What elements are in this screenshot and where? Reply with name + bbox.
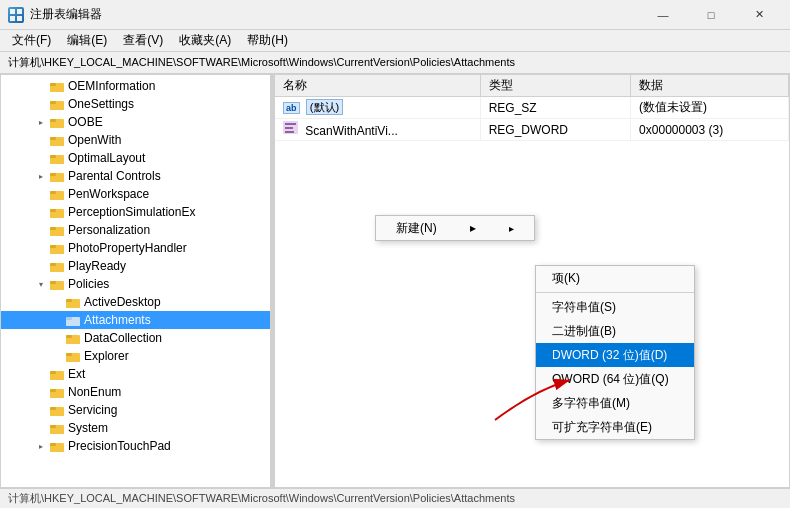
- folder-icon: [65, 312, 81, 328]
- svg-rect-6: [50, 83, 56, 86]
- svg-rect-5: [50, 85, 64, 92]
- folder-icon: [49, 204, 65, 220]
- tree-item-policies[interactable]: Policies: [1, 275, 270, 293]
- context-menu-new[interactable]: 新建(N) ▸: [376, 216, 534, 240]
- svg-rect-59: [50, 409, 64, 416]
- submenu-item-expandstring[interactable]: 可扩充字符串值(E): [536, 415, 694, 439]
- ab-icon: ab: [283, 102, 300, 114]
- menu-favorites[interactable]: 收藏夹(A): [171, 30, 239, 51]
- maximize-button[interactable]: □: [688, 0, 734, 30]
- folder-icon: [49, 114, 65, 130]
- tree-item-datacollection[interactable]: DataCollection: [1, 329, 270, 347]
- tree-label: Policies: [68, 277, 109, 291]
- arrow-icon: [33, 276, 49, 292]
- menu-view[interactable]: 查看(V): [115, 30, 171, 51]
- window-controls: — □ ✕: [640, 0, 782, 30]
- tree-label: OEMInformation: [68, 79, 155, 93]
- svg-rect-51: [66, 353, 72, 356]
- svg-rect-21: [50, 173, 56, 176]
- folder-icon: [49, 150, 65, 166]
- tree-item-playready[interactable]: PlayReady: [1, 257, 270, 275]
- reg-type-default: REG_SZ: [480, 97, 630, 119]
- tree-item-perceptionsim[interactable]: PerceptionSimulationEx: [1, 203, 270, 221]
- tree-item-openwith[interactable]: OpenWith: [1, 131, 270, 149]
- registry-row-scanwithantivi[interactable]: ScanWithAntiVi... REG_DWORD 0x00000003 (…: [275, 119, 789, 141]
- folder-icon: [49, 366, 65, 382]
- svg-rect-1: [17, 9, 22, 14]
- svg-rect-20: [50, 175, 64, 182]
- svg-rect-15: [50, 137, 56, 140]
- tree-item-penworkspace[interactable]: PenWorkspace: [1, 185, 270, 203]
- svg-rect-32: [50, 247, 64, 254]
- folder-icon: [49, 78, 65, 94]
- reg-data-scan: 0x00000003 (3): [631, 119, 789, 141]
- menu-file[interactable]: 文件(F): [4, 30, 59, 51]
- svg-rect-29: [50, 229, 64, 236]
- submenu-item-multistring[interactable]: 多字符串值(M): [536, 391, 694, 415]
- tree-label: PrecisionTouchPad: [68, 439, 171, 453]
- folder-icon: [49, 240, 65, 256]
- menu-help[interactable]: 帮助(H): [239, 30, 296, 51]
- reg-name-default: ab (默认): [275, 97, 480, 119]
- tree-item-attachments[interactable]: Attachments: [1, 311, 270, 329]
- tree-label: Attachments: [84, 313, 151, 327]
- submenu-item-key[interactable]: 项(K): [536, 266, 694, 290]
- tree-item-activedesktop[interactable]: ActiveDesktop: [1, 293, 270, 311]
- submenu-item-dword[interactable]: DWORD (32 位)值(D): [536, 343, 694, 367]
- svg-rect-0: [10, 9, 15, 14]
- tree-item-ext[interactable]: Ext: [1, 365, 270, 383]
- app-icon: [8, 7, 24, 23]
- submenu-label: 二进制值(B): [552, 323, 616, 340]
- tree-label: PlayReady: [68, 259, 126, 273]
- tree-item-nonenum[interactable]: NonEnum: [1, 383, 270, 401]
- tree-label: ActiveDesktop: [84, 295, 161, 309]
- minimize-button[interactable]: —: [640, 0, 686, 30]
- tree-item-parentalcontrols[interactable]: Parental Controls: [1, 167, 270, 185]
- arrow-icon: [33, 168, 49, 184]
- status-text: 计算机\HKEY_LOCAL_MACHINE\SOFTWARE\Microsof…: [8, 491, 515, 506]
- tree-panel: OEMInformation OneSettings OOBE OpenWi: [1, 75, 271, 487]
- tree-label: System: [68, 421, 108, 435]
- svg-rect-12: [50, 119, 56, 122]
- tree-item-onesettings[interactable]: OneSettings: [1, 95, 270, 113]
- folder-icon: [49, 438, 65, 454]
- svg-rect-60: [50, 407, 56, 410]
- tree-item-precisiontouchpad[interactable]: PrecisionTouchPad: [1, 437, 270, 455]
- folder-icon: [49, 384, 65, 400]
- tree-label: PerceptionSimulationEx: [68, 205, 195, 219]
- svg-rect-47: [66, 337, 80, 344]
- submenu-item-qword[interactable]: QWORD (64 位)值(Q): [536, 367, 694, 391]
- tree-label: Personalization: [68, 223, 150, 237]
- submenu-item-string[interactable]: 字符串值(S): [536, 295, 694, 319]
- close-button[interactable]: ✕: [736, 0, 782, 30]
- svg-rect-8: [50, 103, 64, 110]
- col-type[interactable]: 类型: [480, 75, 630, 97]
- svg-rect-42: [66, 299, 72, 302]
- tree-item-photoproperty[interactable]: PhotoPropertyHandler: [1, 239, 270, 257]
- tree-item-system[interactable]: System: [1, 419, 270, 437]
- svg-rect-70: [285, 131, 294, 133]
- submenu-item-binary[interactable]: 二进制值(B): [536, 319, 694, 343]
- address-text: 计算机\HKEY_LOCAL_MACHINE\SOFTWARE\Microsof…: [8, 55, 515, 70]
- registry-row-default[interactable]: ab (默认) REG_SZ (数值未设置): [275, 97, 789, 119]
- svg-rect-2: [10, 16, 15, 21]
- reg-data-default: (数值未设置): [631, 97, 789, 119]
- folder-icon: [49, 186, 65, 202]
- tree-item-personalization[interactable]: Personalization: [1, 221, 270, 239]
- svg-rect-54: [50, 371, 56, 374]
- tree-item-oeminformation[interactable]: OEMInformation: [1, 77, 270, 95]
- tree-item-servicing[interactable]: Servicing: [1, 401, 270, 419]
- svg-rect-65: [50, 445, 64, 452]
- submenu-label: 可扩充字符串值(E): [552, 419, 652, 436]
- tree-item-optimallayout[interactable]: OptimalLayout: [1, 149, 270, 167]
- svg-rect-45: [66, 317, 72, 320]
- svg-rect-69: [285, 127, 293, 129]
- col-name[interactable]: 名称: [275, 75, 480, 97]
- default-badge: (默认): [306, 99, 343, 115]
- svg-rect-18: [50, 155, 56, 158]
- col-data[interactable]: 数据: [631, 75, 789, 97]
- tree-item-explorer[interactable]: Explorer: [1, 347, 270, 365]
- tree-item-oobe[interactable]: OOBE: [1, 113, 270, 131]
- menu-edit[interactable]: 编辑(E): [59, 30, 115, 51]
- svg-rect-62: [50, 427, 64, 434]
